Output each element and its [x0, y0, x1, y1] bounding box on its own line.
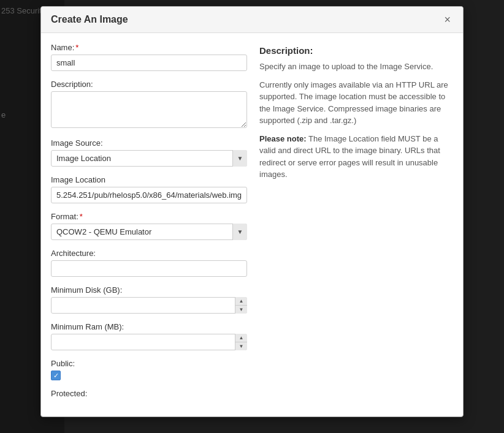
image-source-label: Image Source: — [51, 138, 247, 148]
name-group: Name:* — [51, 43, 247, 71]
desc-note-label: Please note: — [259, 134, 307, 143]
min-disk-input[interactable] — [51, 297, 247, 314]
min-disk-decrement-button[interactable]: ▼ — [235, 306, 247, 314]
min-ram-spinner-buttons: ▲ ▼ — [235, 334, 247, 350]
image-source-select-wrapper: Image Location Image File ▼ — [51, 150, 247, 167]
architecture-label: Architecture: — [51, 249, 247, 258]
description-textarea[interactable] — [51, 91, 247, 128]
min-ram-input[interactable] — [51, 334, 247, 350]
min-ram-label: Minimum Ram (MB): — [51, 322, 247, 331]
image-location-input[interactable] — [51, 187, 247, 203]
desc-title: Description: — [259, 45, 453, 56]
min-ram-decrement-button[interactable]: ▼ — [235, 342, 247, 350]
min-ram-increment-button[interactable]: ▲ — [235, 334, 247, 342]
architecture-input[interactable] — [51, 260, 247, 277]
protected-label: Protected: — [51, 389, 247, 398]
description-group: Description: — [51, 80, 247, 130]
modal-close-button[interactable]: × — [441, 14, 453, 25]
image-location-group: Image Location — [51, 175, 247, 203]
min-disk-label: Minimum Disk (GB): — [51, 285, 247, 295]
form-section: Name:* Description: Image Source: Image … — [51, 43, 247, 407]
format-group: Format:* QCOW2 - QEMU Emulator RAW VHD V… — [51, 212, 247, 240]
format-label: Format:* — [51, 212, 247, 221]
public-group: Public: ✓ — [51, 359, 247, 380]
create-image-modal: Create An Image × Name:* Description: — [40, 6, 464, 417]
format-select-wrapper: QCOW2 - QEMU Emulator RAW VHD VMDK OVA I… — [51, 224, 247, 240]
description-label: Description: — [51, 80, 247, 89]
modal-body: Name:* Description: Image Source: Image … — [41, 33, 463, 416]
format-select[interactable]: QCOW2 - QEMU Emulator RAW VHD VMDK OVA I… — [51, 224, 247, 240]
min-disk-spinner-buttons: ▲ ▼ — [235, 297, 247, 314]
desc-para2: Currently only images available via an H… — [259, 79, 453, 127]
min-ram-group: Minimum Ram (MB): ▲ ▼ — [51, 322, 247, 350]
desc-para1: Specify an image to upload to the Image … — [259, 61, 453, 73]
desc-note: Please note: The Image Location field MU… — [259, 133, 453, 181]
public-checkbox-wrapper: ✓ — [51, 371, 247, 380]
min-disk-increment-button[interactable]: ▲ — [235, 297, 247, 306]
public-label: Public: — [51, 359, 247, 368]
min-ram-spinner-wrapper: ▲ ▼ — [51, 334, 247, 350]
modal-backdrop: Create An Image × Name:* Description: — [0, 0, 504, 433]
min-disk-group: Minimum Disk (GB): ▲ ▼ — [51, 285, 247, 314]
modal-title: Create An Image — [51, 14, 128, 25]
name-input[interactable] — [51, 55, 247, 71]
image-location-label: Image Location — [51, 175, 247, 184]
public-checkbox[interactable]: ✓ — [51, 371, 61, 380]
description-section: Description: Specify an image to upload … — [259, 43, 453, 407]
name-label: Name:* — [51, 43, 247, 52]
min-disk-spinner-wrapper: ▲ ▼ — [51, 297, 247, 314]
modal-header: Create An Image × — [41, 7, 463, 33]
architecture-group: Architecture: — [51, 249, 247, 277]
protected-group: Protected: — [51, 389, 247, 398]
image-source-select[interactable]: Image Location Image File — [51, 150, 247, 167]
image-source-group: Image Source: Image Location Image File … — [51, 138, 247, 167]
